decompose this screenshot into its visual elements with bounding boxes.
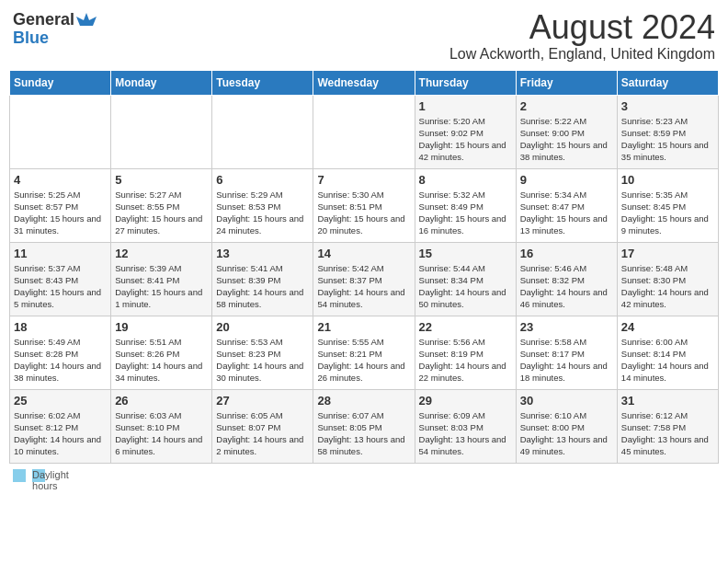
day-info: Sunrise: 5:55 AM Sunset: 8:21 PM Dayligh…	[317, 336, 410, 385]
day-info: Sunrise: 5:35 AM Sunset: 8:45 PM Dayligh…	[621, 189, 714, 237]
logo-text-general: General	[13, 11, 74, 28]
calendar-cell: 21Sunrise: 5:55 AM Sunset: 8:21 PM Dayli…	[313, 316, 415, 389]
calendar-cell: 6Sunrise: 5:29 AM Sunset: 8:53 PM Daylig…	[212, 168, 313, 242]
calendar-cell: 9Sunrise: 5:34 AM Sunset: 8:47 PM Daylig…	[516, 168, 617, 242]
calendar-cell: 1Sunrise: 5:20 AM Sunset: 9:02 PM Daylig…	[415, 95, 516, 168]
calendar-cell: 18Sunrise: 5:49 AM Sunset: 8:28 PM Dayli…	[10, 316, 111, 389]
day-number: 10	[621, 173, 714, 187]
calendar-cell: 31Sunrise: 6:12 AM Sunset: 7:58 PM Dayli…	[617, 389, 718, 463]
day-number: 14	[317, 247, 410, 260]
calendar-cell: 19Sunrise: 5:51 AM Sunset: 8:26 PM Dayli…	[111, 316, 212, 389]
day-info: Sunrise: 5:53 AM Sunset: 8:23 PM Dayligh…	[216, 336, 309, 385]
calendar-cell: 29Sunrise: 6:09 AM Sunset: 8:03 PM Dayli…	[415, 389, 516, 463]
day-number: 4	[14, 173, 107, 187]
day-info: Sunrise: 6:07 AM Sunset: 8:05 PM Dayligh…	[317, 409, 410, 458]
day-info: Sunrise: 5:37 AM Sunset: 8:43 PM Dayligh…	[14, 262, 107, 311]
calendar-cell: 13Sunrise: 5:41 AM Sunset: 8:39 PM Dayli…	[212, 242, 313, 316]
day-number: 23	[520, 320, 613, 334]
day-info: Sunrise: 5:42 AM Sunset: 8:37 PM Dayligh…	[317, 262, 410, 311]
day-number: 9	[520, 173, 613, 187]
day-number: 12	[115, 247, 208, 260]
day-number: 20	[216, 320, 309, 334]
day-info: Sunrise: 5:41 AM Sunset: 8:39 PM Dayligh…	[216, 262, 309, 311]
calendar-header-row: SundayMondayTuesdayWednesdayThursdayFrid…	[10, 70, 719, 95]
calendar-cell: 16Sunrise: 5:46 AM Sunset: 8:32 PM Dayli…	[516, 242, 617, 316]
calendar-cell: 15Sunrise: 5:44 AM Sunset: 8:34 PM Dayli…	[415, 242, 516, 316]
day-number: 3	[621, 99, 714, 113]
legend: Daylight hours	[9, 469, 719, 482]
day-number: 31	[621, 394, 714, 408]
day-number: 13	[216, 247, 309, 260]
day-number: 15	[419, 247, 512, 260]
day-info: Sunrise: 5:56 AM Sunset: 8:19 PM Dayligh…	[419, 336, 512, 385]
day-info: Sunrise: 5:22 AM Sunset: 9:00 PM Dayligh…	[520, 115, 613, 164]
day-number: 21	[317, 320, 410, 334]
day-info: Sunrise: 5:30 AM Sunset: 8:51 PM Dayligh…	[317, 189, 410, 237]
day-number: 26	[115, 394, 208, 408]
calendar-week-row: 1Sunrise: 5:20 AM Sunset: 9:02 PM Daylig…	[10, 95, 719, 168]
calendar-week-row: 25Sunrise: 6:02 AM Sunset: 8:12 PM Dayli…	[10, 389, 719, 463]
calendar-cell: 5Sunrise: 5:27 AM Sunset: 8:55 PM Daylig…	[111, 168, 212, 242]
calendar-cell: 2Sunrise: 5:22 AM Sunset: 9:00 PM Daylig…	[516, 95, 617, 168]
day-info: Sunrise: 5:20 AM Sunset: 9:02 PM Dayligh…	[419, 115, 512, 164]
legend-label: Daylight hours	[32, 469, 45, 482]
day-number: 11	[14, 247, 107, 260]
calendar-cell: 20Sunrise: 5:53 AM Sunset: 8:23 PM Dayli…	[212, 316, 313, 389]
calendar-cell	[212, 95, 313, 168]
day-of-week-header: Friday	[516, 70, 617, 95]
day-info: Sunrise: 5:25 AM Sunset: 8:57 PM Dayligh…	[14, 189, 107, 237]
day-of-week-header: Monday	[111, 70, 212, 95]
calendar-week-row: 4Sunrise: 5:25 AM Sunset: 8:57 PM Daylig…	[10, 168, 719, 242]
day-number: 1	[419, 99, 512, 113]
day-number: 19	[115, 320, 208, 334]
day-info: Sunrise: 5:44 AM Sunset: 8:34 PM Dayligh…	[419, 262, 512, 311]
day-of-week-header: Tuesday	[212, 70, 313, 95]
day-number: 7	[317, 173, 410, 187]
day-number: 17	[621, 247, 714, 260]
day-info: Sunrise: 5:29 AM Sunset: 8:53 PM Dayligh…	[216, 189, 309, 237]
day-number: 2	[520, 99, 613, 113]
logo-icon	[76, 9, 97, 29]
calendar-cell: 25Sunrise: 6:02 AM Sunset: 8:12 PM Dayli…	[10, 389, 111, 463]
calendar-cell: 10Sunrise: 5:35 AM Sunset: 8:45 PM Dayli…	[617, 168, 718, 242]
calendar-cell: 23Sunrise: 5:58 AM Sunset: 8:17 PM Dayli…	[516, 316, 617, 389]
day-info: Sunrise: 6:00 AM Sunset: 8:14 PM Dayligh…	[621, 336, 714, 385]
day-of-week-header: Thursday	[415, 70, 516, 95]
day-of-week-header: Sunday	[10, 70, 111, 95]
day-info: Sunrise: 6:05 AM Sunset: 8:07 PM Dayligh…	[216, 409, 309, 458]
day-number: 16	[520, 247, 613, 260]
day-info: Sunrise: 5:27 AM Sunset: 8:55 PM Dayligh…	[115, 189, 208, 237]
calendar-cell: 7Sunrise: 5:30 AM Sunset: 8:51 PM Daylig…	[313, 168, 415, 242]
day-info: Sunrise: 5:48 AM Sunset: 8:30 PM Dayligh…	[621, 262, 714, 311]
day-number: 30	[520, 394, 613, 408]
calendar-cell: 12Sunrise: 5:39 AM Sunset: 8:41 PM Dayli…	[111, 242, 212, 316]
day-number: 28	[317, 394, 410, 408]
day-of-week-header: Saturday	[617, 70, 718, 95]
day-info: Sunrise: 6:12 AM Sunset: 7:58 PM Dayligh…	[621, 409, 714, 458]
logo: General Blue	[13, 9, 97, 46]
calendar-cell: 11Sunrise: 5:37 AM Sunset: 8:43 PM Dayli…	[10, 242, 111, 316]
day-number: 27	[216, 394, 309, 408]
svg-marker-0	[76, 13, 97, 26]
day-info: Sunrise: 5:39 AM Sunset: 8:41 PM Dayligh…	[115, 262, 208, 311]
day-number: 29	[419, 394, 512, 408]
day-of-week-header: Wednesday	[313, 70, 415, 95]
calendar-cell: 30Sunrise: 6:10 AM Sunset: 8:00 PM Dayli…	[516, 389, 617, 463]
calendar-cell	[111, 95, 212, 168]
page-header: General Blue August 2024 Low Ackworth, E…	[9, 9, 719, 63]
day-info: Sunrise: 5:51 AM Sunset: 8:26 PM Dayligh…	[115, 336, 208, 385]
month-year: August 2024	[449, 9, 715, 46]
calendar-cell: 17Sunrise: 5:48 AM Sunset: 8:30 PM Dayli…	[617, 242, 718, 316]
calendar-cell: 8Sunrise: 5:32 AM Sunset: 8:49 PM Daylig…	[415, 168, 516, 242]
day-info: Sunrise: 6:03 AM Sunset: 8:10 PM Dayligh…	[115, 409, 208, 458]
calendar-cell: 26Sunrise: 6:03 AM Sunset: 8:10 PM Dayli…	[111, 389, 212, 463]
day-info: Sunrise: 5:58 AM Sunset: 8:17 PM Dayligh…	[520, 336, 613, 385]
logo-text-blue: Blue	[13, 29, 97, 46]
day-number: 22	[419, 320, 512, 334]
day-number: 24	[621, 320, 714, 334]
calendar-week-row: 11Sunrise: 5:37 AM Sunset: 8:43 PM Dayli…	[10, 242, 719, 316]
calendar-cell: 14Sunrise: 5:42 AM Sunset: 8:37 PM Dayli…	[313, 242, 415, 316]
location: Low Ackworth, England, United Kingdom	[449, 46, 715, 63]
calendar-cell: 4Sunrise: 5:25 AM Sunset: 8:57 PM Daylig…	[10, 168, 111, 242]
calendar-week-row: 18Sunrise: 5:49 AM Sunset: 8:28 PM Dayli…	[10, 316, 719, 389]
